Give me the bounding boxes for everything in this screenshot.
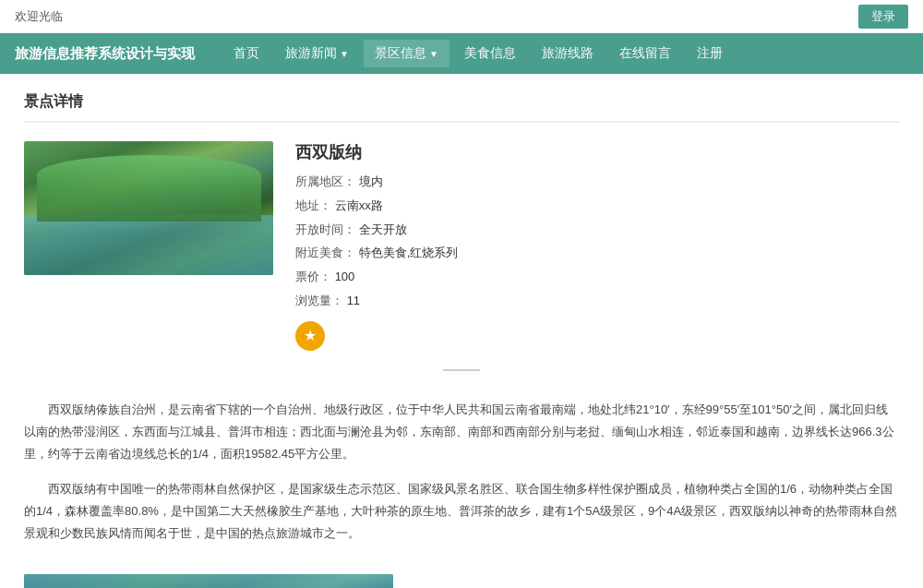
welcome-text: 欢迎光临 [15, 8, 63, 25]
spot-opentime-row: 开放时间： 全天开放 [295, 221, 899, 240]
nav-item-news-label: 旅游新闻 [285, 45, 337, 62]
nav-scenic-dropdown-icon: ▼ [429, 49, 438, 59]
section-title: 景点详情 [24, 92, 899, 123]
spot-image-placeholder [24, 141, 273, 275]
spot-address-label: 地址： [295, 198, 331, 212]
nav-brand: 旅游信息推荐系统设计与实现 [15, 45, 195, 63]
nav-item-message[interactable]: 在线留言 [608, 40, 682, 67]
nav-item-scenic-label: 景区信息 [375, 45, 426, 62]
spot-region-value: 境内 [359, 174, 383, 188]
spot-info: 西双版纳 所属地区： 境内 地址： 云南xx路 开放时间： 全天开放 附近美食：… [295, 141, 899, 351]
nav-news-dropdown-icon: ▼ [340, 49, 349, 59]
nav-item-route[interactable]: 旅游线路 [531, 40, 605, 67]
nav-item-food[interactable]: 美食信息 [453, 40, 527, 67]
spot-opentime-value: 全天开放 [359, 222, 407, 236]
star-icon: ★ [304, 327, 317, 344]
favorite-button[interactable]: ★ [295, 321, 325, 351]
spot-price-row: 票价： 100 [295, 268, 899, 287]
divider [443, 369, 480, 371]
spot-price-value: 100 [335, 270, 355, 283]
spot-views-row: 浏览量： 11 [295, 292, 899, 311]
spot-image [24, 141, 273, 275]
description-text-1: 西双版纳傣族自治州，是云南省下辖的一个自治州、地级行政区，位于中华人民共和国云南… [24, 399, 899, 465]
nav-item-register[interactable]: 注册 [686, 40, 734, 67]
nav-item-news[interactable]: 旅游新闻 ▼ [274, 40, 360, 67]
spot-views-value: 11 [347, 294, 360, 307]
main-nav: 旅游信息推荐系统设计与实现 首页 旅游新闻 ▼ 景区信息 ▼ 美食信息 旅游线路… [0, 33, 923, 74]
spot-opentime-label: 开放时间： [295, 222, 355, 236]
nav-items: 首页 旅游新闻 ▼ 景区信息 ▼ 美食信息 旅游线路 在线留言 注册 [222, 40, 734, 67]
spot-name: 西双版纳 [295, 141, 899, 163]
spot-region-label: 所属地区： [295, 174, 355, 188]
spot-views-label: 浏览量： [295, 294, 343, 307]
spot-card: 西双版纳 所属地区： 境内 地址： 云南xx路 开放时间： 全天开放 附近美食：… [24, 141, 899, 351]
spot-region-row: 所属地区： 境内 [295, 173, 899, 192]
description-text-2: 西双版纳有中国唯一的热带雨林自然保护区，是国家级生态示范区、国家级风景名胜区、联… [24, 478, 899, 545]
main-content: 景点详情 西双版纳 所属地区： 境内 地址： 云南xx路 开放时间： 全天开放 … [9, 74, 914, 588]
nav-item-home[interactable]: 首页 [222, 40, 270, 67]
spot-address-row: 地址： 云南xx路 [295, 197, 899, 216]
second-spot-image-placeholder [24, 574, 393, 588]
spot-food-label: 附近美食： [295, 246, 355, 259]
nav-item-scenic[interactable]: 景区信息 ▼ [364, 40, 450, 67]
top-bar: 欢迎光临 登录 [0, 0, 923, 33]
spot-food-value: 特色美食,红烧系列 [359, 246, 459, 259]
spot-food-row: 附近美食： 特色美食,红烧系列 [295, 244, 899, 263]
description-area: 西双版纳傣族自治州，是云南省下辖的一个自治州、地级行政区，位于中华人民共和国云南… [24, 390, 899, 567]
login-button[interactable]: 登录 [858, 5, 908, 29]
second-spot-image [24, 574, 393, 588]
spot-price-label: 票价： [295, 270, 331, 283]
spot-address-value: 云南xx路 [335, 198, 383, 212]
